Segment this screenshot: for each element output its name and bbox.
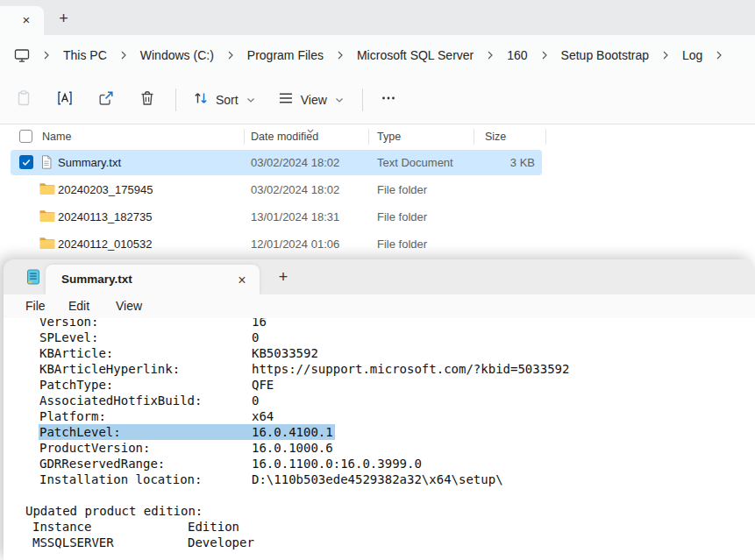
share-button[interactable] (89, 83, 123, 117)
more-options-button[interactable] (372, 83, 405, 117)
chevron-right-icon[interactable] (475, 50, 505, 60)
folder-icon (39, 236, 54, 252)
notepad-blank-line (4, 487, 755, 503)
folder-icon (39, 209, 54, 224)
column-header-name[interactable]: Name (42, 131, 71, 143)
breadcrumb-item[interactable]: Setup Bootstrap (559, 45, 651, 66)
file-name: 20240112_010532 (58, 237, 153, 251)
notepad-line: KBArticleHyperlink:https://support.micro… (4, 361, 755, 377)
notepad-line-value: Developer (188, 535, 254, 550)
share-icon (97, 89, 115, 110)
file-date: 12/01/2024 01:06 (251, 237, 339, 251)
row-checkbox-checked[interactable] (19, 155, 33, 169)
notepad-text-area[interactable]: Version:16SPLevel:0KBArticle:KB5033592KB… (4, 318, 755, 560)
paste-button[interactable] (7, 83, 40, 117)
sort-button[interactable]: Sort (185, 83, 262, 117)
toolbar-separator (362, 89, 363, 111)
notepad-window: Summary.txt × + File Edit View Version:1… (4, 259, 755, 560)
rename-button[interactable] (48, 83, 82, 117)
tab-close-icon[interactable]: × (18, 11, 35, 29)
explorer-toolbar: Sort View (0, 75, 755, 124)
notepad-line-label: PatchType: (39, 377, 113, 393)
breadcrumb: This PCWindows (C:)Program FilesMicrosof… (0, 35, 755, 75)
chevron-right-icon[interactable] (651, 50, 680, 60)
breadcrumb-item[interactable]: Log (680, 45, 704, 66)
file-date: 03/02/2024 18:02 (251, 156, 339, 169)
notepad-line-value: 0 (252, 393, 259, 408)
view-label: View (301, 93, 327, 107)
chevron-right-icon[interactable] (32, 50, 61, 60)
file-name: 20240203_175945 (58, 183, 153, 196)
notepad-line-label: KBArticleHyperlink: (39, 361, 180, 377)
notepad-line-label: Updated product edition: (25, 503, 203, 519)
notepad-line-value: 16.0.1100.0:16.0.3999.0 (252, 456, 422, 471)
file-type: Text Document (377, 156, 453, 169)
file-row[interactable]: 20240113_18273513/01/2024 18:31File fold… (0, 203, 755, 230)
file-size: 3 KB (456, 156, 535, 169)
notepad-tab-title: Summary.txt (61, 273, 132, 286)
breadcrumb-item[interactable]: Program Files (246, 45, 325, 66)
notepad-line-value: 16.0.4100.1 (252, 424, 333, 440)
file-type: File folder (377, 210, 427, 223)
delete-button[interactable] (131, 83, 164, 117)
notepad-line: GDRReservedRange:16.0.1100.0:16.0.3999.0 (4, 456, 755, 471)
breadcrumb-item[interactable]: This PC (61, 45, 109, 66)
sort-descending-icon (306, 124, 315, 137)
notepad-line: Version:16 (4, 318, 755, 330)
notepad-line-value: 0 (252, 330, 259, 345)
notepad-line-label: SPLevel: (39, 330, 98, 345)
paste-icon (15, 89, 32, 110)
select-all-checkbox[interactable] (19, 130, 32, 143)
file-date: 13/01/2024 18:31 (251, 210, 339, 223)
new-tab-button[interactable]: + (53, 8, 74, 28)
chevron-right-icon[interactable] (216, 50, 246, 60)
chevron-right-icon[interactable] (325, 50, 355, 60)
breadcrumb-item[interactable]: Microsoft SQL Server (355, 45, 475, 66)
notepad-line: SPLevel:0 (4, 330, 755, 345)
menu-view[interactable]: View (110, 297, 147, 315)
chevron-right-icon[interactable] (704, 50, 734, 60)
notepad-line: ProductVersion:16.0.1000.6 (4, 440, 755, 456)
notepad-line-label: Instance (32, 519, 91, 535)
notepad-line-label: ProductVersion: (39, 440, 150, 456)
file-name: 20240113_182735 (58, 210, 153, 223)
view-button[interactable]: View (270, 83, 351, 117)
chevron-down-icon (335, 96, 344, 104)
view-icon (277, 89, 295, 110)
notepad-line-label: KBArticle: (39, 345, 113, 361)
notepad-line: Installation location:D:\110b503ede45293… (4, 471, 755, 487)
notepad-line: Updated product edition: (4, 503, 755, 519)
notepad-line: MSSQLSERVERDeveloper (4, 535, 755, 550)
notepad-line-value: KB5033592 (252, 345, 318, 361)
chevron-down-icon (246, 96, 255, 104)
file-row[interactable]: 20240203_17594503/02/2024 18:02File fold… (0, 176, 755, 203)
notepad-line-label: Installation location: (39, 471, 202, 487)
breadcrumb-item[interactable]: Windows (C:) (139, 45, 216, 66)
menu-file[interactable]: File (20, 297, 51, 315)
menu-edit[interactable]: Edit (63, 297, 95, 315)
file-type: File folder (377, 183, 427, 196)
notepad-line-value: D:\110b503ede4529382a32\x64\setup\ (252, 471, 503, 487)
notepad-tab[interactable]: Summary.txt × (46, 265, 260, 294)
notepad-line: PatchLevel:16.0.4100.1 (4, 424, 755, 440)
notepad-line-label: PatchLevel: (39, 424, 121, 440)
notepad-line-label: AssociatedHotfixBuild: (39, 393, 202, 408)
chevron-right-icon[interactable] (109, 50, 139, 60)
notepad-line-label: GDRReservedRange: (39, 456, 165, 471)
notepad-line: InstanceEdition (4, 519, 755, 535)
explorer-tab[interactable]: × (0, 6, 44, 35)
text-document-icon (39, 154, 54, 170)
this-pc-icon[interactable] (12, 46, 32, 65)
chevron-right-icon[interactable] (530, 50, 559, 60)
notepad-title-bar: Summary.txt × + (4, 259, 755, 294)
breadcrumb-item[interactable]: 160 (505, 45, 529, 66)
column-header-type[interactable]: Type (377, 131, 401, 143)
notepad-text: Version:16SPLevel:0KBArticle:KB5033592KB… (4, 318, 755, 550)
column-header-size[interactable]: Size (485, 131, 506, 143)
notepad-tab-close-icon[interactable]: × (233, 271, 251, 288)
file-row[interactable]: Summary.txt03/02/2024 18:02Text Document… (0, 149, 755, 176)
ellipsis-icon (380, 89, 397, 110)
file-row[interactable]: 20240112_01053212/01/2024 01:06File fold… (0, 230, 755, 258)
sort-icon (192, 89, 210, 110)
notepad-new-tab-button[interactable]: + (274, 267, 293, 287)
